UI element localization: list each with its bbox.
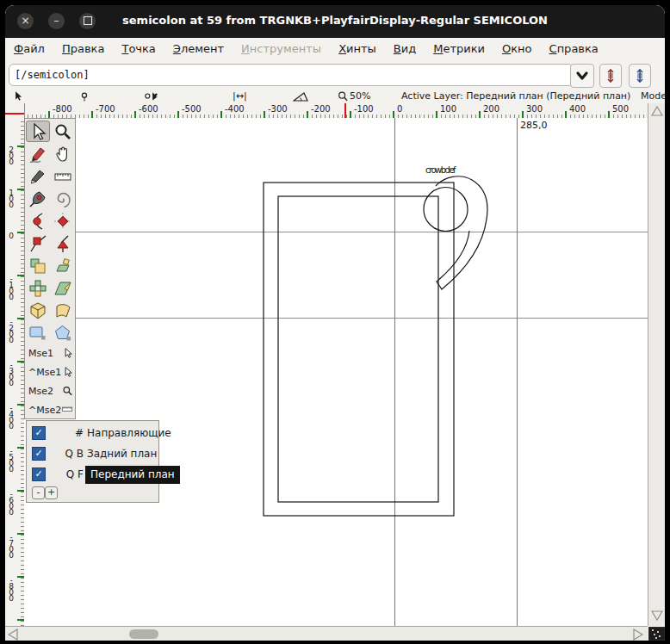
- polygon-icon: [53, 324, 72, 343]
- tool-magnify[interactable]: [51, 121, 75, 142]
- add-layer-button[interactable]: +: [45, 486, 58, 499]
- chevron-down-icon: [575, 70, 589, 82]
- tool-rotate-3d[interactable]: [26, 300, 50, 321]
- zoom-level: 50%: [350, 90, 370, 102]
- tool-curve-point[interactable]: [26, 210, 50, 232]
- ruler-label: -100: [354, 104, 374, 114]
- binding-label: ^Mse2: [28, 405, 61, 416]
- scroll-left-icon[interactable]: [8, 629, 18, 641]
- layer-row-background[interactable]: ✓ Q B Задний план: [28, 443, 158, 464]
- scrollbar-thumb[interactable]: [129, 629, 158, 639]
- layer-visibility-checkbox[interactable]: ✓: [32, 426, 46, 440]
- tool-rotate[interactable]: [51, 255, 75, 276]
- scroll-right-icon[interactable]: [633, 629, 643, 641]
- menu-window[interactable]: Окно: [493, 38, 541, 55]
- layer-name[interactable]: Задний план: [87, 448, 157, 460]
- resize-grip-icon[interactable]: [648, 627, 665, 641]
- glyph-outline: [24, 118, 648, 626]
- pointer-icon: [28, 122, 47, 141]
- tool-corner-point[interactable]: [26, 232, 50, 254]
- tool-skew[interactable]: [51, 277, 75, 299]
- cursor-position-icon: [12, 90, 23, 102]
- knife-icon: [28, 167, 47, 186]
- layer-name[interactable]: Передний план: [85, 466, 180, 484]
- tool-freehand[interactable]: [26, 143, 50, 164]
- hand-icon: [53, 145, 72, 164]
- titlebar: × – semicolon at 59 from TRGNKB+Playfair…: [5, 5, 665, 38]
- binding-label: ^Mse1: [28, 367, 61, 378]
- layer-visibility-checkbox[interactable]: ✓: [32, 447, 46, 461]
- binding-ctrl-mse2[interactable]: ^Mse2: [27, 401, 75, 420]
- tool-scale[interactable]: [26, 255, 50, 276]
- distance-icon: |↔|: [233, 90, 247, 102]
- tool-knife[interactable]: [26, 165, 50, 187]
- ruler-label: -500: [8, 449, 15, 473]
- magnify-icon: [62, 385, 73, 397]
- ruler-label: -800: [8, 578, 15, 602]
- glyph-canvas[interactable]: 285,0 crowbdef: [24, 118, 648, 626]
- wordlist-input[interactable]: [9, 64, 574, 86]
- ruler-label: -500: [182, 104, 202, 114]
- ruler-label: -100: [8, 276, 15, 300]
- scale-icon: [28, 257, 47, 276]
- layer-name[interactable]: Направляющие: [87, 427, 171, 439]
- ruler-label: 500: [612, 104, 629, 114]
- tool-tangent-point[interactable]: [51, 232, 75, 254]
- binding-ctrl-mse1[interactable]: ^Mse1: [27, 363, 75, 382]
- layer-visibility-checkbox[interactable]: ✓: [32, 468, 46, 481]
- tool-scroll-hand[interactable]: [51, 143, 75, 164]
- binding-label: Mse1: [28, 348, 53, 359]
- tool-polygon-star[interactable]: [51, 322, 75, 344]
- wordlist-dropdown-button[interactable]: [570, 64, 594, 88]
- horizontal-scrollbar[interactable]: [5, 626, 648, 641]
- layer-row-foreground[interactable]: ✓ Q F Передний план: [28, 464, 158, 485]
- scroll-up-icon[interactable]: [651, 106, 663, 116]
- tool-perspective[interactable]: [51, 300, 75, 321]
- ruler-label: 0: [8, 233, 15, 239]
- inner-contour-rect: [278, 196, 438, 502]
- binding-mse1[interactable]: Mse1: [27, 344, 75, 363]
- tool-spiro[interactable]: [51, 188, 75, 209]
- tool-ruler[interactable]: [51, 165, 75, 187]
- menu-element[interactable]: Элемент: [164, 38, 233, 55]
- next-word-button[interactable]: [629, 64, 651, 88]
- ruler-label: -800: [53, 104, 72, 114]
- prev-word-button[interactable]: [599, 64, 622, 88]
- vertical-ruler: 200 100 0 -100 -200 -300 -400 -500 -600 …: [5, 103, 25, 626]
- binding-label: Mse2: [28, 386, 53, 397]
- menu-hints[interactable]: Хинты: [330, 38, 385, 55]
- menu-view[interactable]: Вид: [385, 38, 425, 55]
- menu-file[interactable]: Файл: [5, 38, 53, 55]
- remove-layer-button[interactable]: -: [32, 486, 45, 499]
- outer-contour-rect: [264, 183, 454, 516]
- point-info-icon: [79, 90, 90, 102]
- ruler-icon: [53, 167, 72, 186]
- layer-prefix: Q B: [47, 448, 84, 460]
- ruler-label: -600: [139, 104, 158, 114]
- ruler-label: 400: [569, 104, 586, 114]
- menu-edit[interactable]: Правка: [53, 38, 113, 55]
- arrow-up-down-icon: [605, 68, 617, 84]
- tool-hvcurve-point[interactable]: [51, 210, 75, 232]
- scroll-down-icon[interactable]: [651, 610, 663, 621]
- tool-pointer[interactable]: [26, 121, 50, 142]
- menubar: ФайлПравкаТочкаЭлементИнструментыХинтыВи…: [5, 38, 665, 60]
- tool-rectangle-ellipse[interactable]: [26, 322, 50, 344]
- menu-point[interactable]: Точка: [113, 38, 164, 55]
- ruler-label: -600: [8, 492, 15, 516]
- menu-help[interactable]: Справка: [541, 38, 607, 55]
- layer-row-guides[interactable]: ✓ # Направляющие: [28, 423, 158, 443]
- ruler-label: 300: [526, 104, 543, 114]
- modes-label: Modes: [641, 90, 665, 102]
- menu-metrics[interactable]: Метрики: [425, 38, 493, 55]
- ruler-label: 100: [440, 104, 456, 114]
- rectangle-icon: [28, 324, 47, 343]
- ruler-label: -300: [8, 362, 15, 387]
- tool-flip[interactable]: [26, 277, 50, 299]
- tool-pen[interactable]: [26, 188, 50, 209]
- ruler-label: -300: [268, 104, 288, 114]
- hvcurve-point-icon: [53, 212, 72, 231]
- curve-point-icon: [28, 212, 47, 231]
- vertical-scrollbar[interactable]: [648, 103, 665, 626]
- binding-mse2[interactable]: Mse2: [27, 382, 75, 401]
